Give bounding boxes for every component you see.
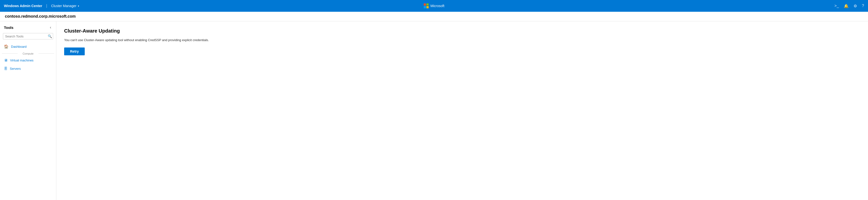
main-layout: Tools ‹ 🔍 Dashboard Compute Virtual mach… bbox=[0, 21, 868, 200]
terminal-icon[interactable]: >_ bbox=[834, 4, 839, 8]
bell-icon[interactable]: 🔔 bbox=[844, 4, 849, 8]
content-area: Cluster-Aware Updating You can't use Clu… bbox=[56, 21, 868, 200]
section-label-compute: Compute bbox=[0, 51, 56, 56]
sidebar-title: Tools bbox=[4, 26, 13, 30]
sidebar-item-servers[interactable]: Servers bbox=[0, 64, 56, 73]
search-icon[interactable]: 🔍 bbox=[48, 34, 52, 38]
dashboard-icon bbox=[4, 44, 8, 49]
help-icon[interactable]: ? bbox=[862, 4, 864, 8]
server-name: contoso.redmond.corp.microsoft.com bbox=[5, 14, 76, 19]
chevron-down-icon: ▾ bbox=[78, 5, 79, 7]
sidebar-item-dashboard[interactable]: Dashboard bbox=[0, 42, 56, 51]
sidebar-header: Tools ‹ bbox=[0, 21, 56, 32]
sidebar-item-dashboard-label: Dashboard bbox=[11, 45, 27, 48]
microsoft-logo-icon bbox=[424, 3, 429, 8]
topbar-left: Windows Admin Center | Cluster Manager ▾ bbox=[4, 4, 834, 8]
sidebar-item-vm-label: Virtual machines bbox=[10, 59, 34, 62]
microsoft-label: Microsoft bbox=[430, 4, 444, 8]
sidebar-collapse-button[interactable]: ‹ bbox=[49, 25, 52, 30]
cluster-manager-menu[interactable]: Cluster Manager ▾ bbox=[51, 4, 79, 8]
virtual-machines-icon bbox=[4, 58, 8, 62]
topbar: Windows Admin Center | Cluster Manager ▾… bbox=[0, 0, 868, 12]
topbar-center-logo: Microsoft bbox=[424, 3, 444, 8]
subheader: contoso.redmond.corp.microsoft.com bbox=[0, 12, 868, 21]
app-title: Windows Admin Center bbox=[4, 4, 42, 8]
topbar-divider: | bbox=[46, 4, 47, 8]
servers-icon bbox=[4, 66, 7, 71]
retry-button[interactable]: Retry bbox=[64, 47, 85, 55]
sidebar-item-servers-label: Servers bbox=[10, 67, 21, 70]
search-box[interactable]: 🔍 bbox=[3, 33, 53, 39]
search-input[interactable] bbox=[5, 35, 46, 38]
topbar-right-icons: >_ 🔔 ⚙ ? bbox=[834, 4, 864, 8]
sidebar: Tools ‹ 🔍 Dashboard Compute Virtual mach… bbox=[0, 21, 56, 200]
cluster-manager-label: Cluster Manager bbox=[51, 4, 76, 8]
sidebar-item-virtual-machines[interactable]: Virtual machines bbox=[0, 56, 56, 64]
content-message: You can't use Cluster-Aware updating too… bbox=[64, 38, 860, 43]
settings-icon[interactable]: ⚙ bbox=[854, 4, 857, 8]
page-title: Cluster-Aware Updating bbox=[64, 28, 860, 34]
